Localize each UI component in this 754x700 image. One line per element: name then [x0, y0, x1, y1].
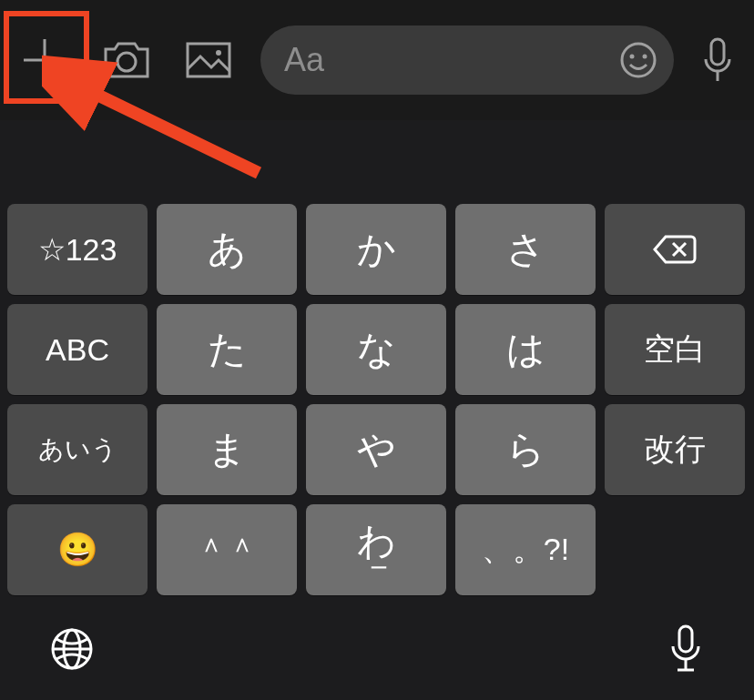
gallery-icon: [184, 40, 233, 80]
key-kana-switch[interactable]: あいう: [7, 404, 148, 495]
smile-icon: [619, 41, 657, 79]
svg-rect-9: [711, 39, 724, 65]
keyboard-top-gap: [0, 120, 754, 204]
camera-button[interactable]: [89, 23, 164, 97]
key-na[interactable]: な: [306, 304, 446, 395]
svg-point-8: [643, 55, 647, 59]
key-ya[interactable]: や: [306, 404, 446, 495]
keyboard-bottom-bar: [0, 595, 754, 700]
key-ha[interactable]: は: [455, 304, 596, 395]
key-space[interactable]: 空白: [605, 304, 745, 395]
key-wa-sub: ー: [352, 559, 401, 577]
key-ta[interactable]: た: [157, 304, 297, 395]
key-emoji[interactable]: 😀: [7, 504, 148, 595]
key-abc[interactable]: ABC: [7, 304, 148, 395]
key-a[interactable]: あ: [157, 204, 297, 295]
svg-point-3: [117, 53, 136, 71]
globe-button[interactable]: [49, 626, 95, 672]
gallery-button[interactable]: [171, 23, 246, 97]
svg-point-6: [622, 44, 655, 76]
svg-point-5: [216, 50, 221, 56]
input-placeholder: Aa: [284, 41, 619, 79]
key-sa[interactable]: さ: [455, 204, 596, 295]
camera-icon: [102, 40, 151, 80]
keyboard: ☆123 あ か さ ABC た な は 空白 あいう ま や ら 改行 😀 ＾…: [0, 204, 754, 595]
voice-message-button[interactable]: [688, 23, 747, 97]
key-ka[interactable]: か: [306, 204, 446, 295]
key-caret[interactable]: ＾＾: [157, 504, 297, 595]
key-delete[interactable]: [605, 204, 745, 295]
key-ma[interactable]: ま: [157, 404, 297, 495]
globe-icon: [49, 626, 95, 672]
svg-point-7: [630, 55, 635, 59]
dictation-button[interactable]: [667, 623, 705, 675]
mic-icon: [667, 623, 705, 675]
key-ra[interactable]: ら: [455, 404, 596, 495]
key-num-symbol[interactable]: ☆123: [7, 204, 148, 295]
svg-rect-4: [188, 44, 229, 76]
mic-icon: [700, 36, 735, 85]
key-punct[interactable]: 、。?!: [455, 504, 596, 595]
svg-rect-16: [679, 626, 692, 652]
key-wa-main: わ: [357, 522, 396, 561]
key-wa[interactable]: わ ー: [306, 504, 446, 595]
annotation-highlight: [4, 11, 89, 104]
delete-icon: [653, 233, 697, 266]
message-input[interactable]: Aa: [260, 25, 674, 95]
key-return[interactable]: 改行: [605, 404, 745, 495]
input-toolbar: Aa: [0, 0, 754, 120]
